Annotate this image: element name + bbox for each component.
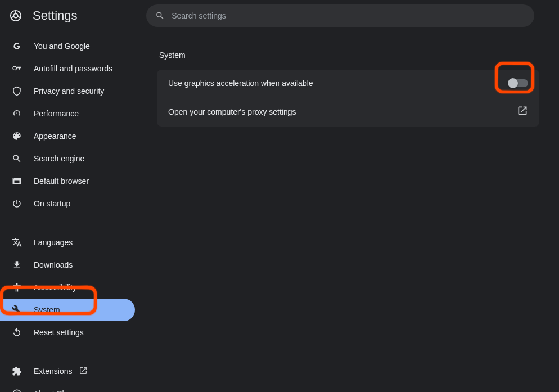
divider	[0, 352, 137, 352]
translate-icon	[11, 237, 22, 248]
sidebar-item-label: Performance	[34, 109, 79, 118]
search-icon	[155, 11, 165, 21]
speedometer-icon	[11, 108, 22, 119]
sidebar-item-label: On startup	[34, 199, 70, 208]
sidebar-item-default-browser[interactable]: Default browser	[0, 170, 137, 192]
row-label: Open your computer's proxy settings	[168, 107, 296, 116]
open-in-new-icon	[517, 105, 528, 119]
sidebar-item-label: You and Google	[34, 42, 90, 51]
divider	[0, 223, 137, 223]
search-box[interactable]	[146, 4, 534, 27]
sidebar-item-performance[interactable]: Performance	[0, 102, 137, 125]
sidebar-item-label: System	[34, 305, 60, 314]
sidebar-item-label: Privacy and security	[34, 87, 104, 96]
open-in-new-icon	[79, 366, 88, 377]
shield-icon	[11, 85, 22, 97]
sidebar-item-label: Autofill and passwords	[34, 64, 112, 73]
key-icon	[11, 63, 22, 74]
sidebar-item-extensions[interactable]: Extensions	[0, 360, 137, 382]
power-icon	[11, 198, 22, 209]
row-graphics-acceleration: Use graphics acceleration when available	[157, 70, 539, 97]
sidebar: You and Google Autofill and passwords Pr…	[0, 31, 137, 392]
sidebar-item-label: Downloads	[34, 260, 73, 269]
sidebar-item-on-startup[interactable]: On startup	[0, 192, 137, 215]
chrome-icon	[11, 388, 22, 392]
chrome-icon	[9, 9, 22, 22]
sidebar-item-autofill[interactable]: Autofill and passwords	[0, 57, 137, 80]
sidebar-item-label: Extensions	[34, 367, 72, 376]
google-icon	[11, 40, 22, 52]
toggle-knob	[508, 78, 518, 88]
sidebar-item-appearance[interactable]: Appearance	[0, 125, 137, 147]
wrench-icon	[11, 304, 22, 316]
sidebar-item-accessibility[interactable]: Accessibility	[0, 276, 137, 299]
sidebar-item-label: Accessibility	[34, 283, 76, 292]
sidebar-item-about-chrome[interactable]: About Chrome	[0, 382, 137, 392]
sidebar-item-label: Appearance	[34, 132, 76, 141]
sidebar-item-label: Languages	[34, 238, 73, 247]
svg-point-1	[13, 13, 17, 17]
sidebar-item-label: Search engine	[34, 154, 84, 163]
sidebar-item-label: Default browser	[34, 177, 89, 186]
system-card: Use graphics acceleration when available…	[157, 70, 539, 127]
search-icon	[11, 153, 22, 164]
sidebar-item-reset[interactable]: Reset settings	[0, 321, 137, 344]
reset-icon	[11, 327, 22, 338]
sidebar-item-you-and-google[interactable]: You and Google	[0, 35, 137, 57]
row-label: Use graphics acceleration when available	[168, 79, 313, 88]
browser-icon	[11, 175, 22, 187]
sidebar-item-languages[interactable]: Languages	[0, 231, 137, 254]
sidebar-item-downloads[interactable]: Downloads	[0, 254, 137, 276]
sidebar-item-label: About Chrome	[34, 389, 84, 392]
sidebar-item-search-engine[interactable]: Search engine	[0, 147, 137, 170]
search-input[interactable]	[172, 11, 525, 20]
sidebar-item-system[interactable]: System	[0, 299, 135, 321]
svg-point-2	[13, 390, 21, 392]
extension-icon	[11, 366, 22, 377]
palette-icon	[11, 130, 22, 142]
graphics-acceleration-toggle[interactable]	[509, 79, 528, 87]
page-title: Settings	[33, 8, 78, 23]
row-proxy-settings[interactable]: Open your computer's proxy settings	[157, 97, 539, 127]
accessibility-icon	[11, 282, 22, 293]
sidebar-item-privacy[interactable]: Privacy and security	[0, 80, 137, 102]
download-icon	[11, 259, 22, 271]
sidebar-item-label: Reset settings	[34, 328, 84, 337]
section-title: System	[159, 51, 539, 60]
